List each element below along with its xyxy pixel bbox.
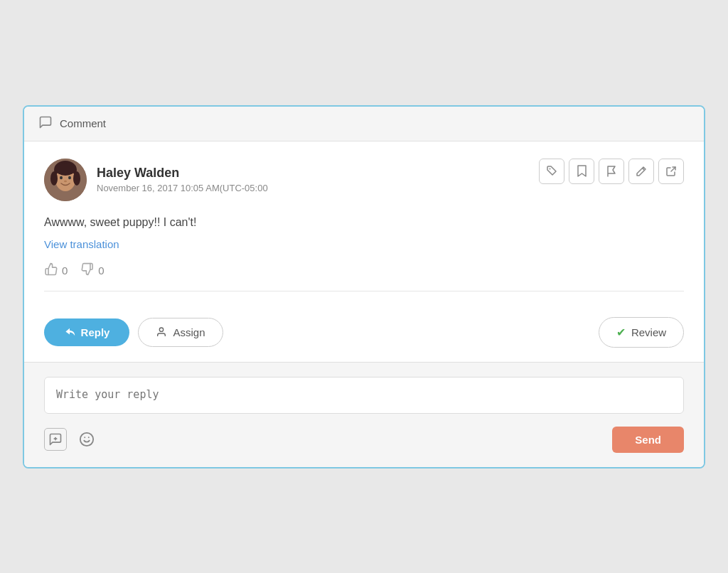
card-header: Comment — [24, 107, 704, 141]
author-name: Haley Walden — [97, 166, 268, 181]
avatar — [44, 159, 87, 201]
svg-point-13 — [80, 433, 93, 446]
svg-point-6 — [60, 176, 63, 178]
reply-button[interactable]: Reply — [44, 318, 129, 346]
divider — [44, 291, 684, 291]
card-header-title: Comment — [60, 117, 106, 129]
reply-input[interactable] — [44, 377, 684, 414]
comment-card: Comment — [23, 105, 705, 468]
tag-button[interactable] — [539, 159, 564, 184]
comment-text: Awwww, sweet puppy!! I can't! — [44, 214, 684, 231]
check-icon: ✔ — [616, 326, 626, 339]
assign-label: Assign — [173, 326, 205, 338]
review-label: Review — [631, 326, 666, 338]
reply-section: Send — [24, 362, 704, 467]
reply-footer: Send — [44, 427, 684, 453]
review-button[interactable]: ✔ Review — [599, 317, 684, 348]
bookmark-button[interactable] — [569, 159, 594, 184]
downvote-item: 0 — [80, 262, 104, 279]
comment-icon — [38, 115, 53, 132]
upvote-item: 0 — [44, 262, 68, 279]
svg-point-9 — [550, 168, 551, 169]
upvote-count: 0 — [62, 264, 68, 277]
flag-button[interactable] — [599, 159, 624, 184]
reply-tools — [44, 428, 98, 451]
comment-author: Haley Walden November 16, 2017 10:05 AM(… — [44, 159, 268, 201]
reply-label: Reply — [81, 326, 110, 338]
svg-point-4 — [73, 171, 80, 186]
comment-top: Haley Walden November 16, 2017 10:05 AM(… — [44, 159, 684, 201]
action-buttons-row: Reply Assign ✔ Review — [24, 306, 704, 362]
external-link-button[interactable] — [658, 159, 684, 184]
action-icons — [539, 159, 684, 184]
add-comment-icon[interactable] — [44, 428, 67, 451]
thumbs-down-icon[interactable] — [80, 262, 95, 279]
send-button[interactable]: Send — [612, 427, 684, 453]
svg-point-10 — [160, 328, 164, 331]
svg-point-7 — [68, 176, 71, 178]
edit-button[interactable] — [628, 159, 654, 184]
svg-point-8 — [64, 180, 67, 181]
assign-button[interactable]: Assign — [138, 318, 223, 347]
comment-body: Haley Walden November 16, 2017 10:05 AM(… — [24, 141, 704, 306]
comment-date: November 16, 2017 10:05 AM(UTC-05:00 — [97, 183, 268, 193]
thumbs-up-icon[interactable] — [44, 262, 58, 279]
view-translation-link[interactable]: View translation — [44, 238, 119, 250]
send-label: Send — [635, 434, 661, 446]
svg-point-3 — [50, 171, 58, 186]
svg-point-5 — [55, 163, 75, 176]
author-info: Haley Walden November 16, 2017 10:05 AM(… — [97, 166, 268, 193]
emoji-icon[interactable] — [75, 428, 98, 451]
vote-row: 0 0 — [44, 262, 684, 279]
downvote-count: 0 — [98, 264, 104, 277]
